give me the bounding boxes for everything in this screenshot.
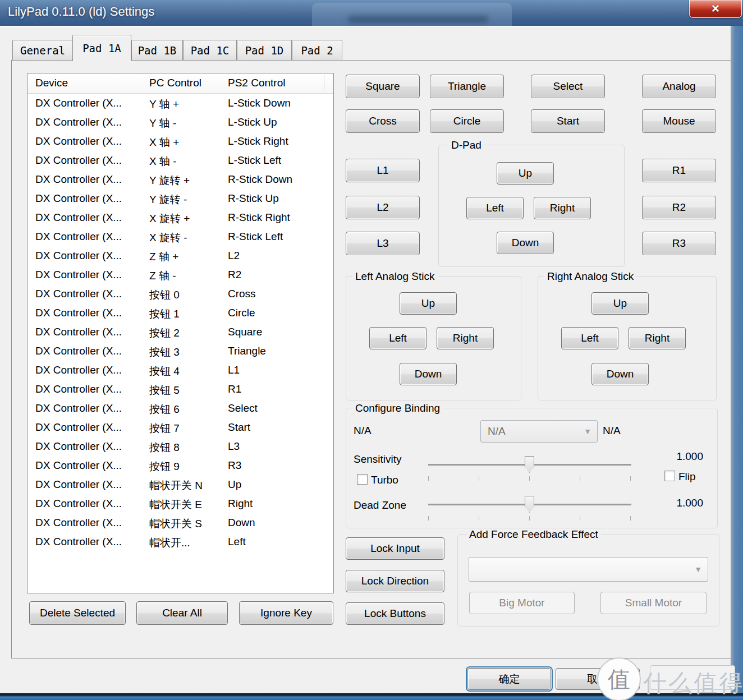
- turbo-checkbox[interactable]: [357, 474, 368, 485]
- right-stick-up-button[interactable]: Up: [591, 292, 649, 315]
- table-row[interactable]: DX Controller (X...按钮 1Circle: [27, 305, 333, 324]
- cell-pc: X 轴 +: [149, 135, 226, 150]
- cell-device: DX Controller (X...: [35, 459, 146, 472]
- r3-button[interactable]: R3: [642, 232, 716, 255]
- table-row[interactable]: DX Controller (X...按钮 4L1: [27, 362, 333, 381]
- cell-ps2: Triangle: [228, 345, 329, 357]
- column-header-ps2-control[interactable]: PS2 Control: [228, 77, 285, 89]
- big-motor-button[interactable]: Big Motor: [469, 592, 575, 614]
- chevron-down-icon: ▼: [584, 427, 591, 436]
- table-row[interactable]: DX Controller (X...按钮 6Select: [27, 400, 333, 419]
- tab-pad-1b[interactable]: Pad 1B: [131, 40, 183, 61]
- cross-button[interactable]: Cross: [346, 109, 420, 133]
- cell-device: DX Controller (X...: [35, 269, 146, 281]
- analog-button[interactable]: Analog: [642, 75, 716, 98]
- tab-pad-2[interactable]: Pad 2: [292, 40, 342, 61]
- table-row[interactable]: DX Controller (X...Y 轴 +L-Stick Down: [27, 95, 333, 114]
- small-motor-button[interactable]: Small Motor: [600, 592, 707, 614]
- binding-combo[interactable]: N/A ▼: [480, 420, 598, 443]
- tab-general[interactable]: General: [12, 40, 73, 61]
- lock-direction-button[interactable]: Lock Direction: [346, 570, 444, 592]
- table-row[interactable]: DX Controller (X...帽状开关 NUp: [27, 476, 333, 495]
- tab-pad-1a[interactable]: Pad 1A: [72, 35, 131, 61]
- bindings-list[interactable]: Device PC Control PS2 Control DX Control…: [27, 73, 334, 593]
- left-stick-group-label: Left Analog Stick: [352, 270, 438, 283]
- table-row[interactable]: DX Controller (X...按钮 0Cross: [27, 285, 333, 305]
- l1-button[interactable]: L1: [346, 159, 420, 182]
- cell-pc: 帽状开关 E: [149, 498, 226, 512]
- cell-ps2: Cross: [228, 288, 329, 300]
- right-stick-left-button[interactable]: Left: [561, 327, 618, 349]
- table-row[interactable]: DX Controller (X...帽状开关 ERight: [27, 495, 333, 514]
- right-stick-right-button[interactable]: Right: [629, 327, 686, 349]
- cell-pc: Y 轴 -: [149, 116, 226, 131]
- l3-button[interactable]: L3: [346, 232, 420, 255]
- cell-pc: Y 轴 +: [149, 97, 226, 112]
- table-row[interactable]: DX Controller (X...帽状开关 SDown: [27, 514, 333, 533]
- column-header-pc-control[interactable]: PC Control: [149, 77, 201, 89]
- table-row[interactable]: DX Controller (X...X 旋转 -R-Stick Left: [27, 228, 333, 247]
- l2-button[interactable]: L2: [346, 196, 420, 219]
- flip-checkbox[interactable]: [664, 471, 675, 481]
- triangle-button[interactable]: Triangle: [430, 75, 504, 98]
- table-row[interactable]: DX Controller (X...帽状开...Left: [27, 533, 333, 552]
- right-stick-down-button[interactable]: Down: [591, 363, 649, 385]
- r2-button[interactable]: R2: [642, 196, 716, 219]
- dpad-left-button[interactable]: Left: [466, 197, 524, 219]
- table-row[interactable]: DX Controller (X...Y 旋转 +R-Stick Down: [27, 171, 333, 190]
- lock-buttons-button[interactable]: Lock Buttons: [346, 602, 444, 625]
- close-button[interactable]: ✕: [689, 0, 742, 18]
- table-row[interactable]: DX Controller (X...X 轴 -L-Stick Left: [27, 152, 333, 171]
- lock-input-button[interactable]: Lock Input: [346, 537, 444, 560]
- table-row[interactable]: DX Controller (X...按钮 3Triangle: [27, 343, 333, 362]
- cell-pc: 按钮 3: [149, 345, 226, 360]
- table-row[interactable]: DX Controller (X...X 轴 +L-Stick Right: [27, 133, 333, 152]
- tab-pad-1d[interactable]: Pad 1D: [237, 40, 292, 61]
- mouse-button[interactable]: Mouse: [642, 109, 716, 133]
- table-row[interactable]: DX Controller (X...按钮 5R1: [27, 381, 333, 400]
- cell-ps2: R-Stick Down: [228, 173, 329, 186]
- sensitivity-value: 1.000: [644, 450, 703, 463]
- table-row[interactable]: DX Controller (X...Y 轴 -L-Stick Up: [27, 114, 333, 133]
- delete-selected-button[interactable]: Delete Selected: [29, 601, 126, 625]
- table-row[interactable]: DX Controller (X...按钮 7Start: [27, 419, 333, 438]
- binding-control-label: N/A: [603, 425, 621, 437]
- configure-binding-label: Configure Binding: [352, 402, 443, 415]
- r1-button[interactable]: R1: [642, 159, 716, 182]
- cell-ps2: L-Stick Down: [228, 97, 329, 109]
- table-row[interactable]: DX Controller (X...按钮 8L3: [27, 438, 333, 457]
- cell-ps2: L3: [228, 440, 329, 453]
- table-row[interactable]: DX Controller (X...按钮 2Square: [27, 324, 333, 343]
- cell-device: DX Controller (X...: [35, 383, 146, 395]
- column-header-device[interactable]: Device: [35, 77, 68, 89]
- circle-button[interactable]: Circle: [430, 109, 504, 133]
- table-row[interactable]: DX Controller (X...按钮 9R3: [27, 457, 333, 476]
- left-stick-right-button[interactable]: Right: [437, 327, 494, 349]
- clear-all-button[interactable]: Clear All: [136, 601, 228, 625]
- cell-device: DX Controller (X...: [35, 421, 146, 434]
- force-feedback-combo[interactable]: ▼: [469, 557, 708, 582]
- start-button[interactable]: Start: [531, 109, 605, 133]
- ok-button[interactable]: 确定: [467, 668, 551, 690]
- cell-device: DX Controller (X...: [35, 154, 146, 167]
- cell-ps2: Left: [228, 536, 329, 548]
- table-row[interactable]: DX Controller (X...X 旋转 +R-Stick Right: [27, 209, 333, 228]
- select-button[interactable]: Select: [531, 75, 605, 98]
- dpad-up-button[interactable]: Up: [497, 162, 554, 185]
- cell-pc: 按钮 2: [149, 326, 226, 340]
- dpad-down-button[interactable]: Down: [497, 232, 554, 254]
- cell-pc: 按钮 5: [149, 383, 226, 398]
- bindings-list-header: Device PC Control PS2 Control: [27, 73, 333, 94]
- left-stick-left-button[interactable]: Left: [369, 327, 426, 349]
- table-row[interactable]: DX Controller (X...Z 轴 +L2: [27, 247, 333, 266]
- table-row[interactable]: DX Controller (X...Z 轴 -R2: [27, 266, 333, 285]
- square-button[interactable]: Square: [346, 75, 420, 98]
- left-stick-down-button[interactable]: Down: [400, 363, 457, 385]
- tab-pad-1c[interactable]: Pad 1C: [183, 40, 237, 61]
- ignore-key-button[interactable]: Ignore Key: [239, 601, 333, 625]
- dpad-right-button[interactable]: Right: [534, 197, 591, 219]
- table-row[interactable]: DX Controller (X...Y 旋转 -R-Stick Up: [27, 190, 333, 209]
- cell-ps2: R-Stick Up: [228, 192, 329, 205]
- cell-pc: 帽状开关 S: [149, 517, 226, 531]
- left-stick-up-button[interactable]: Up: [400, 292, 457, 315]
